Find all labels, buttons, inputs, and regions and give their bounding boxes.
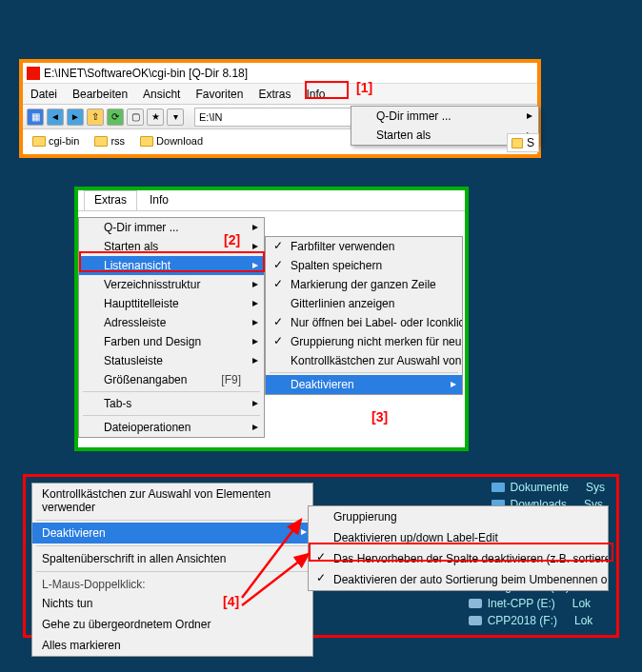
folder-icon: [140, 136, 153, 147]
back-button[interactable]: ◄: [47, 109, 64, 126]
folder-icon: [94, 136, 108, 147]
refresh-button[interactable]: ⟳: [107, 109, 124, 126]
menu-item[interactable]: Farbfilter verwenden: [266, 237, 462, 256]
extras-menu: Q-Dir immer ... Starten als Listenansich…: [78, 217, 265, 438]
expand-button[interactable]: ▾: [167, 109, 184, 126]
menu-item[interactable]: Gehe zu übergeordnetem Ordner: [32, 614, 312, 635]
submenu-panel: Extras Info Q-Dir immer ... Starten als …: [74, 187, 469, 451]
menu-item[interactable]: Gruppierung nicht merken für neue: [266, 332, 462, 351]
view-button[interactable]: ▦: [27, 109, 44, 126]
menu-item[interactable]: Nichts tun: [32, 593, 312, 614]
menu-item[interactable]: Nur öffnen bei Label- oder Iconklick: [266, 313, 462, 332]
separator: [36, 545, 309, 546]
folder-icon: [32, 136, 46, 147]
menu-item[interactable]: Adressleiste: [79, 313, 264, 332]
menu-datei[interactable]: Datei: [23, 86, 65, 103]
menu-item[interactable]: Gitterlinien anzeigen: [266, 294, 462, 313]
menu-item[interactable]: Spaltenüberschrift in allen Ansichten: [32, 548, 312, 569]
folder-tab[interactable]: cgi-bin: [27, 135, 85, 147]
tree-item[interactable]: CPP2018 (F:)Lok: [469, 612, 605, 629]
highlight-box-listenansicht: [79, 251, 265, 272]
separator: [83, 415, 260, 416]
window-title: E:\INET\SoftwareOK\cgi-bin [Q-Dir 8.18]: [44, 67, 248, 80]
menu-item-deaktivieren[interactable]: Deaktivieren: [32, 523, 312, 544]
marker-4: [4]: [223, 594, 239, 609]
folder-tab[interactable]: rss: [89, 135, 130, 147]
deaktivieren-menu-left: Kontrollkästchen zur Auswahl von Element…: [31, 483, 313, 657]
up-button[interactable]: ⇧: [87, 109, 104, 126]
menu-item-deaktivieren[interactable]: Deaktivieren: [266, 375, 462, 394]
highlight-box-hervorheben: [309, 543, 613, 562]
menu-item[interactable]: Deaktivieren der auto Sortierung beim Um…: [309, 569, 608, 590]
tree-item[interactable]: Inet-CPP (E:)Lok: [469, 595, 605, 612]
marker-1: [1]: [356, 80, 372, 95]
breadcrumb-text: E:\IN: [199, 111, 222, 123]
menu-item[interactable]: Statusleiste: [79, 351, 264, 370]
menubar: Datei Bearbeiten Ansicht Favoriten Extra…: [23, 84, 537, 105]
marker-3: [3]: [371, 409, 388, 425]
menu-extras[interactable]: Extras: [251, 86, 298, 103]
tab-extras[interactable]: Extras: [84, 190, 137, 210]
forward-button[interactable]: ►: [67, 109, 84, 126]
titlebar: E:\INET\SoftwareOK\cgi-bin [Q-Dir 8.18]: [23, 63, 537, 84]
disk-icon: [469, 599, 482, 608]
menu-item[interactable]: Alles markieren: [32, 635, 312, 656]
tab-info[interactable]: Info: [139, 190, 179, 210]
column-header[interactable]: S: [507, 133, 539, 152]
menu-item[interactable]: Farben und Design: [79, 332, 264, 351]
marker-2: [2]: [224, 232, 240, 247]
tree-item[interactable]: DokumenteSys: [492, 479, 605, 496]
menu-item[interactable]: Gruppierung: [309, 506, 608, 527]
separator: [270, 372, 458, 373]
section-label: L-Maus-Doppelklick:: [32, 574, 312, 593]
disk-icon: [469, 616, 482, 625]
separator: [83, 391, 260, 392]
separator: [36, 571, 309, 572]
menu-item[interactable]: Größenangaben[F9]: [79, 370, 264, 389]
menu-item[interactable]: Kontrollkästchen zur Auswahl von Element…: [32, 484, 312, 518]
folder-icon: [512, 138, 523, 148]
menu-item[interactable]: Haupttitelleiste: [79, 294, 264, 313]
menu-item[interactable]: Kontrollkästchen zur Auswahl von: [266, 351, 462, 370]
home-button[interactable]: ▢: [127, 109, 144, 126]
app-icon: [27, 67, 40, 80]
menu-item[interactable]: Spalten speichern: [266, 256, 462, 275]
window-qdir: E:\INET\SoftwareOK\cgi-bin [Q-Dir 8.18] …: [19, 59, 541, 158]
menu-item-qdir-immer[interactable]: Q-Dir immer ...: [351, 107, 538, 126]
folder-tab[interactable]: Download: [134, 135, 209, 147]
separator: [36, 520, 309, 521]
menu-item[interactable]: Dateioperationen: [79, 418, 264, 437]
menu-bearbeiten[interactable]: Bearbeiten: [65, 86, 135, 103]
star-button[interactable]: ★: [147, 109, 164, 126]
menu-item[interactable]: Verzeichnisstruktur: [79, 275, 264, 294]
menu-item[interactable]: Markierung der ganzen Zeile: [266, 275, 462, 294]
folder-icon: [492, 483, 505, 492]
highlight-box-extras: [305, 81, 349, 99]
menu-item[interactable]: Tab-s: [79, 394, 264, 413]
menu-favoriten[interactable]: Favoriten: [188, 86, 251, 103]
menu-ansicht[interactable]: Ansicht: [135, 86, 188, 103]
listenansicht-submenu: Farbfilter verwenden Spalten speichern M…: [265, 236, 463, 395]
